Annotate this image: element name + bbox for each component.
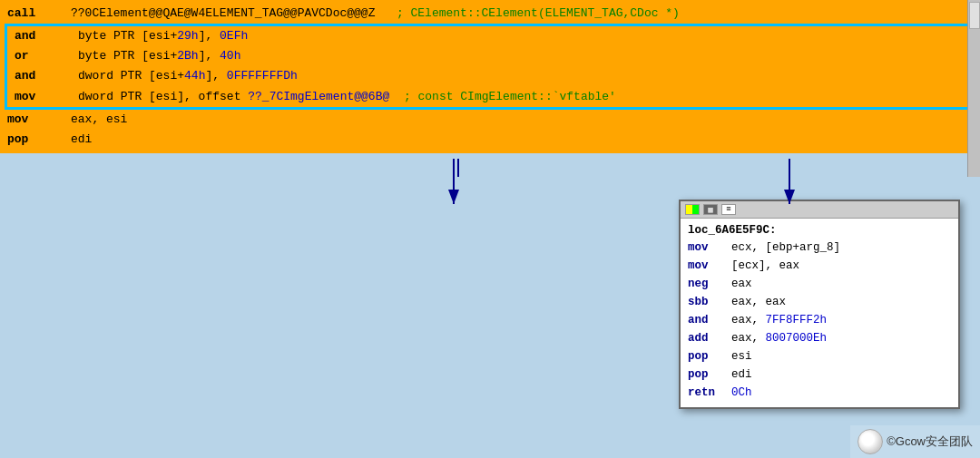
popup-line-7: pop esi	[688, 347, 951, 365]
operand-call: ??0CElement@@QAE@W4ELEMENT_TAG@@PAVCDoc@…	[71, 5, 680, 23]
popup-line-4: sbb eax, eax	[688, 293, 951, 311]
mnemonic-mov-vftable: mov	[15, 88, 78, 106]
popup-mnemonic-2: mov	[688, 257, 731, 275]
popup-operand-2: [ecx], eax	[731, 257, 799, 275]
popup-operand-1: ecx, [ebp+arg_8]	[731, 239, 840, 257]
popup-mnemonic-8: pop	[688, 365, 731, 384]
popup-operand-7: esi	[731, 347, 752, 365]
watermark-logo	[858, 429, 883, 454]
popup-mnemonic-9: retn	[688, 384, 731, 402]
code-line-or: or byte PTR [esi+2Bh], 40h	[7, 46, 973, 66]
popup-line-8: pop edi	[688, 365, 951, 384]
watermark-text: ©Gcow安全团队	[887, 434, 973, 450]
code-line-call: call ??0CElement@@QAE@W4ELEMENT_TAG@@PAV…	[0, 4, 980, 24]
mnemonic-and2: and	[15, 67, 78, 85]
operand-pop-edi: edi	[71, 131, 92, 149]
white-icon: ≡	[721, 204, 736, 215]
popup-mnemonic-4: sbb	[688, 293, 731, 311]
popup-line-2: mov [ecx], eax	[688, 257, 951, 275]
popup-mnemonic-1: mov	[688, 239, 731, 257]
popup-line-3: neg eax	[688, 275, 951, 293]
operand-mov-eax: eax, esi	[71, 111, 127, 129]
popup-operand-8: edi	[731, 365, 752, 384]
operand-and1: byte PTR [esi+29h], 0EFh	[78, 27, 248, 45]
comment-vftable: ; const CImgElement::`vftable'	[404, 90, 616, 103]
mnemonic-call: call	[7, 5, 71, 23]
code-line-and2: and dword PTR [esi+44h], 0FFFFFFFDh	[7, 66, 973, 86]
popup-loc-label: loc_6A6E5F9C:	[688, 224, 951, 237]
main-code-area: call ??0CElement@@QAE@W4ELEMENT_TAG@@PAV…	[0, 0, 980, 153]
watermark: ©Gcow安全团队	[850, 425, 980, 458]
comment-call: ; CElement::CElement(ELEMENT_TAG,CDoc *)	[397, 6, 680, 20]
popup-line-1: mov ecx, [ebp+arg_8]	[688, 239, 951, 257]
popup-titlebar: ▦ ≡	[681, 201, 958, 219]
code-line-pop-edi: pop edi	[0, 130, 980, 150]
mnemonic-pop-edi: pop	[7, 131, 71, 149]
popup-operand-5: eax, 7FF8FFF2h	[731, 311, 827, 329]
popup-mnemonic-7: pop	[688, 347, 731, 365]
code-line-mov-eax: mov eax, esi	[0, 110, 980, 130]
code-line-mov-vftable: mov dword PTR [esi], offset ??_7CImgElem…	[7, 87, 973, 107]
mnemonic-and1: and	[15, 27, 78, 45]
scrollbar-thumb[interactable]	[969, 2, 980, 29]
mnemonic-or: or	[15, 47, 78, 65]
color-icon	[685, 204, 700, 215]
popup-content: loc_6A6E5F9C: mov ecx, [ebp+arg_8] mov […	[681, 219, 958, 407]
popup-operand-9: 0Ch	[731, 384, 752, 402]
popup-line-9: retn 0Ch	[688, 384, 951, 402]
popup-line-6: add eax, 8007000Eh	[688, 329, 951, 347]
mnemonic-mov-eax: mov	[7, 111, 71, 129]
scrollbar-right[interactable]	[967, 0, 980, 177]
operand-mov-vftable: dword PTR [esi], offset ??_7CImgElement@…	[78, 88, 616, 106]
popup-mnemonic-5: and	[688, 311, 731, 329]
popup-operand-4: eax, eax	[731, 293, 786, 311]
popup-line-5: and eax, 7FF8FFF2h	[688, 311, 951, 329]
gray-icon: ▦	[703, 204, 718, 215]
popup-operand-6: eax, 8007000Eh	[731, 329, 827, 347]
operand-and2: dword PTR [esi+44h], 0FFFFFFFDh	[78, 67, 298, 85]
code-line-and1: and byte PTR [esi+29h], 0EFh	[7, 26, 973, 46]
highlight-group: and byte PTR [esi+29h], 0EFh or byte PTR…	[5, 24, 975, 110]
operand-or: byte PTR [esi+2Bh], 40h	[78, 47, 240, 65]
popup-box: ▦ ≡ loc_6A6E5F9C: mov ecx, [ebp+arg_8] m…	[679, 200, 960, 409]
popup-mnemonic-3: neg	[688, 275, 731, 293]
popup-operand-3: eax	[731, 275, 752, 293]
popup-mnemonic-6: add	[688, 329, 731, 347]
